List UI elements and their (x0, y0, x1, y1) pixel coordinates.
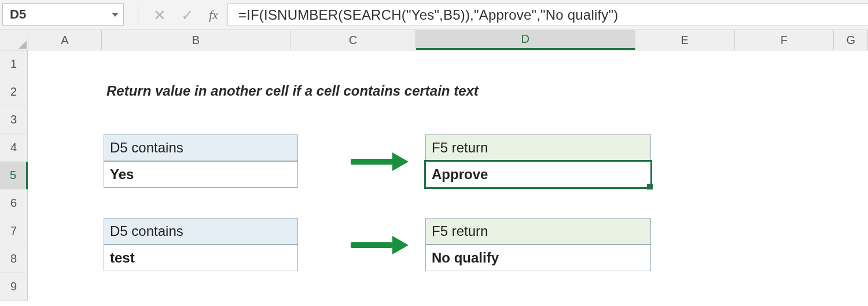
row-headers: 1 2 3 4 5 6 7 8 9 (0, 50, 28, 301)
cell-B4[interactable]: D5 contains (104, 134, 298, 161)
row-header-3[interactable]: 3 (0, 106, 28, 134)
col-header-C[interactable]: C (290, 30, 416, 50)
cell-D5[interactable]: Approve (425, 161, 651, 188)
col-header-B[interactable]: B (102, 30, 290, 50)
name-box-value: D5 (10, 7, 26, 22)
col-header-A[interactable]: A (28, 30, 102, 50)
arrow-right-icon (351, 236, 409, 254)
label: F5 return (432, 223, 488, 239)
divider (138, 6, 138, 24)
col-header-F[interactable]: F (735, 30, 834, 50)
row-header-9[interactable]: 9 (0, 273, 28, 301)
formula-bar: D5 ✕ ✓ fx =IF(ISNUMBER(SEARCH("Yes",B5))… (0, 0, 868, 30)
enter-icon[interactable]: ✓ (181, 8, 194, 23)
col-header-G[interactable]: G (834, 30, 868, 50)
cell-D7[interactable]: F5 return (425, 218, 651, 245)
value: test (110, 250, 135, 266)
svg-marker-0 (19, 41, 27, 49)
col-header-D[interactable]: D (416, 30, 635, 50)
value: No qualify (432, 250, 499, 266)
cell-B5[interactable]: Yes (104, 161, 298, 188)
formula-bar-controls: ✕ ✓ fx (124, 0, 227, 30)
formula-text: =IF(ISNUMBER(SEARCH("Yes",B5)),"Approve"… (238, 7, 619, 23)
cell-D4[interactable]: F5 return (425, 134, 651, 161)
label: D5 contains (110, 223, 183, 239)
column-headers: A B C D E F G (0, 30, 868, 50)
row-header-1[interactable]: 1 (0, 50, 28, 78)
cell-D8[interactable]: No qualify (425, 245, 651, 271)
label: D5 contains (110, 140, 183, 156)
label: F5 return (432, 140, 488, 156)
cancel-icon[interactable]: ✕ (153, 8, 166, 23)
row-header-5[interactable]: 5 (0, 162, 28, 190)
arrow-right-icon (351, 152, 409, 171)
row-header-6[interactable]: 6 (0, 190, 28, 217)
col-header-E[interactable]: E (635, 30, 735, 50)
page-title: Return value in another cell if a cell c… (106, 83, 479, 99)
cell-B7[interactable]: D5 contains (104, 218, 298, 245)
value: Approve (432, 166, 488, 183)
row-header-2[interactable]: 2 (0, 78, 28, 106)
grid: 1 2 3 4 5 6 7 8 9 Return value in anothe… (0, 50, 868, 301)
cell-B8[interactable]: test (104, 245, 298, 271)
fx-icon[interactable]: fx (209, 8, 218, 23)
formula-input[interactable]: =IF(ISNUMBER(SEARCH("Yes",B5)),"Approve"… (227, 3, 868, 26)
name-box[interactable]: D5 (2, 3, 124, 26)
row-header-8[interactable]: 8 (0, 245, 28, 273)
select-all-corner[interactable] (0, 30, 28, 50)
row-header-4[interactable]: 4 (0, 134, 28, 162)
row-header-7[interactable]: 7 (0, 217, 28, 245)
value: Yes (110, 166, 134, 183)
cells-area[interactable]: Return value in another cell if a cell c… (28, 50, 868, 301)
chevron-down-icon[interactable] (112, 13, 119, 17)
